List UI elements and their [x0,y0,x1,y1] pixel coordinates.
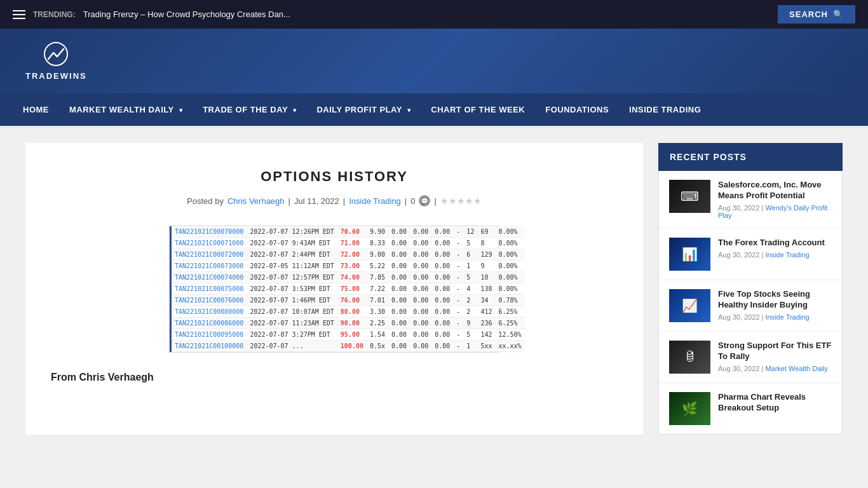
post-title[interactable]: Strong Support For This ETF To Rally [718,341,832,362]
options-table-container: TAN221021C00070000 2022-07-07 12:26PM ED… [169,226,499,353]
recent-post-item[interactable]: 🌿 Pharma Chart Reveals Breakout Setup [659,383,842,434]
pct: 0.00% [495,272,524,283]
from-author: From Chris Verhaegh [51,372,618,383]
col3: 0.00 [410,329,431,341]
post-date: Aug 30, 2022 | Wendy's Daily Profit Play [718,204,832,219]
recent-post-item[interactable]: 📈 Five Top Stocks Seeing Healthy Insider… [659,280,842,332]
nav-daily-profit-play[interactable]: DAILY PROFIT PLAY ▾ [306,93,421,126]
table-row: TAN221021C00073000 2022-07-05 11:12AM ED… [171,261,525,272]
category-link[interactable]: Inside Trading [349,196,401,206]
col4: 0.00 [431,249,453,261]
option-strike: 80.00 [337,306,367,318]
main-container: OPTIONS HISTORY Posted by Chris Verhaegh… [0,128,868,450]
nav-chart-of-the-week[interactable]: CHART OF THE WEEK [421,93,535,126]
nav-bar: HOME MARKET WEALTH DAILY ▾ TRADE OF THE … [0,93,868,126]
option-id: TAN221021C00080000 [171,306,247,318]
option-id: TAN221021C00075000 [171,283,247,295]
post-title[interactable]: Salesforce.com, Inc. Move Means Profit P… [718,180,832,201]
pct: 6.25% [495,306,524,318]
pct: 0.78% [495,295,524,306]
col3: 0.00 [410,238,431,249]
option-strike: 90.00 [337,318,367,329]
comment-badge: 💬 [419,195,430,207]
option-id: TAN221021C00072000 [171,249,247,261]
volume: 5 [463,272,477,283]
post-thumbnail: 📊 [669,238,710,271]
table-row: TAN221021C00086000 2022-07-07 11:23AM ED… [171,318,525,329]
post-title[interactable]: Five Top Stocks Seeing Healthy Insider B… [718,289,832,311]
option-id: TAN221021C00076000 [171,295,247,306]
top-bar: TRENDING: Trading Frenzy – How Crowd Psy… [0,0,868,29]
option-strike: 100.00 [337,341,367,352]
post-thumbnail: 📈 [669,289,710,322]
col1: 7.85 [367,272,388,283]
table-row: TAN221021C00100000 2022-07-07 ... 100.00… [171,341,525,352]
article-area: OPTIONS HISTORY Posted by Chris Verhaegh… [25,143,643,435]
post-info: Strong Support For This ETF To Rally Aug… [718,341,832,372]
col1: 9.90 [367,226,388,238]
post-title[interactable]: Pharma Chart Reveals Breakout Setup [718,392,832,414]
col4: 0.00 [431,272,453,283]
col1: 5.22 [367,261,388,272]
author-link[interactable]: Chris Verhaegh [227,196,285,206]
post-category[interactable]: Wendy's Daily Profit Play [718,204,827,219]
sep: - [453,272,463,283]
post-category[interactable]: Market Wealth Daily [765,365,827,372]
sidebar: RECENT POSTS ⌨ Salesforce.com, Inc. Move… [658,143,843,435]
pct: 6.25% [495,318,524,329]
trending-label: TRENDING: [33,10,76,19]
option-date: 2022-07-07 3:27PM EDT [247,329,337,341]
sep: - [453,238,463,249]
col2: 0.00 [388,329,410,341]
article-meta: Posted by Chris Verhaegh | Jul 11, 2022 … [51,195,618,207]
search-button[interactable]: SEARCH 🔍 [778,5,855,24]
hamburger-menu[interactable] [13,10,25,19]
sep: - [453,295,463,306]
col4: 0.00 [431,318,453,329]
option-date: 2022-07-07 12:26PM EDT [247,226,337,238]
post-info: Salesforce.com, Inc. Move Means Profit P… [718,180,832,219]
col1: 7.01 [367,295,388,306]
option-date: 2022-07-07 2:44PM EDT [247,249,337,261]
post-category[interactable]: Inside Trading [765,251,809,259]
recent-post-item[interactable]: ⌨ Salesforce.com, Inc. Move Means Profit… [659,171,842,229]
option-strike: 74.00 [337,272,367,283]
table-row: TAN221021C00076000 2022-07-07 1:46PM EDT… [171,295,525,306]
sep: - [453,261,463,272]
table-row: TAN221021C00075000 2022-07-07 3:53PM EDT… [171,283,525,295]
open-interest: 5xx [477,341,495,352]
star-rating[interactable]: ★★★★★ [440,196,482,206]
nav-foundations[interactable]: FOUNDATIONS [535,93,619,126]
article-date: Jul 11, 2022 [294,196,339,206]
chevron-down-icon: ▾ [293,107,297,114]
open-interest: 10 [477,272,495,283]
col2: 0.00 [388,261,410,272]
open-interest: 9 [477,261,495,272]
volume: 12 [463,226,477,238]
col4: 0.00 [431,295,453,306]
col4: 0.00 [431,238,453,249]
option-strike: 71.00 [337,238,367,249]
site-header: TRADEWINS [0,29,868,93]
sep: - [453,249,463,261]
table-row: TAN221021C00071000 2022-07-07 9:43AM EDT… [171,238,525,249]
nav-home[interactable]: HOME [13,93,59,126]
nav-market-wealth-daily[interactable]: MARKET WEALTH DAILY ▾ [59,93,193,126]
col4: 0.00 [431,306,453,318]
recent-post-item[interactable]: 🛢 Strong Support For This ETF To Rally A… [659,332,842,383]
option-date: 2022-07-07 9:43AM EDT [247,238,337,249]
col1: 2.25 [367,318,388,329]
option-id: TAN221021C00095000 [171,329,247,341]
nav-trade-of-the-day[interactable]: TRADE OF THE DAY ▾ [193,93,306,126]
chevron-down-icon: ▾ [407,107,411,114]
post-title[interactable]: The Forex Trading Account [718,238,832,248]
sep: - [453,306,463,318]
posted-by-label: Posted by [187,196,224,206]
pct: 0.00% [495,226,524,238]
option-date: 2022-07-07 3:53PM EDT [247,283,337,295]
table-row: TAN221021C00080000 2022-07-07 10:07AM ED… [171,306,525,318]
recent-post-item[interactable]: 📊 The Forex Trading Account Aug 30, 2022… [659,229,842,280]
sep: - [453,329,463,341]
nav-inside-trading[interactable]: INSIDE TRADING [619,93,711,126]
post-category[interactable]: Inside Trading [765,313,809,321]
